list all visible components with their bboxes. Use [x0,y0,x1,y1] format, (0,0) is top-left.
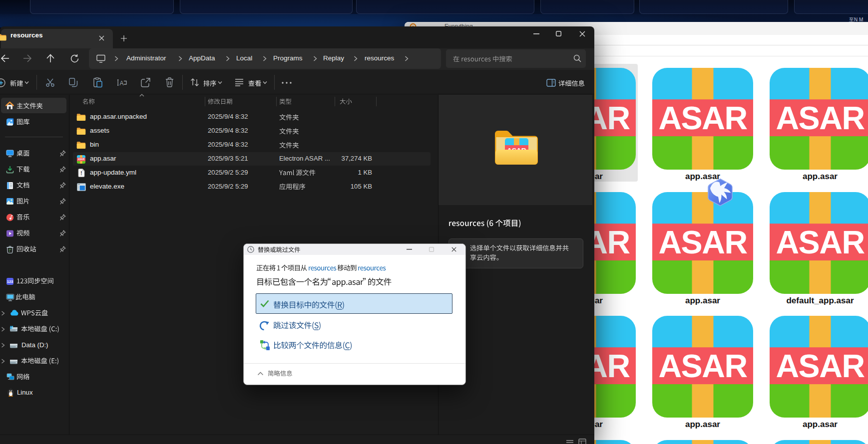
svg-text:ASAR: ASAR [776,348,865,384]
svg-text:ASAR: ASAR [776,224,865,260]
svg-text:ASAR: ASAR [658,224,747,260]
svg-text:123: 123 [7,279,13,284]
svg-text:ASAR: ASAR [658,348,747,384]
svg-text:A: A [120,80,124,87]
svg-text:ASAR: ASAR [78,158,85,161]
svg-text:ASAR: ASAR [658,100,747,136]
svg-text:!: ! [80,171,82,176]
svg-text:ASAR: ASAR [776,100,865,136]
